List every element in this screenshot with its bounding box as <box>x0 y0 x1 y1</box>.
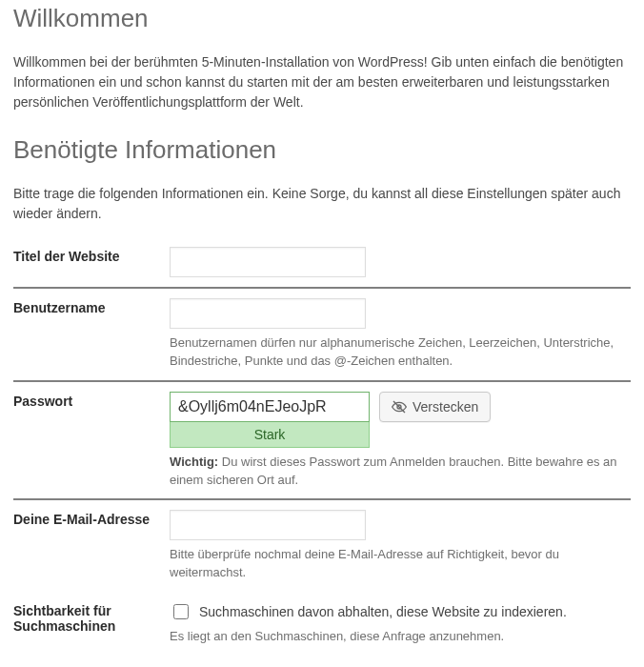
email-input[interactable] <box>170 510 366 540</box>
welcome-intro-text: Willkommen bei der berühmten 5-Minuten-I… <box>13 52 631 112</box>
eye-off-icon <box>392 399 407 414</box>
row-password: Passwort Stark Verstecken Wichtig: Du <box>13 381 631 500</box>
label-site-title: Titel der Website <box>13 237 170 288</box>
row-email: Deine E-Mail-Adresse Bitte überprüfe noc… <box>13 499 631 592</box>
label-password: Passwort <box>13 381 170 500</box>
username-input[interactable] <box>170 298 366 329</box>
password-strength: Stark <box>170 422 370 448</box>
hide-password-label: Verstecken <box>413 399 478 414</box>
visibility-checkbox[interactable] <box>173 604 189 619</box>
visibility-checkbox-label: Suchmaschinen davon abhalten, diese Webs… <box>199 604 567 619</box>
label-email: Deine E-Mail-Adresse <box>13 499 170 592</box>
label-username: Benutzername <box>13 288 170 381</box>
hide-password-button[interactable]: Verstecken <box>379 392 491 422</box>
row-username: Benutzername Benutzernamen dürfen nur al… <box>13 288 631 381</box>
required-intro-text: Bitte trage die folgenden Informationen … <box>13 184 631 224</box>
site-title-input[interactable] <box>170 247 366 277</box>
page-title-required: Benötigte Informationen <box>13 135 631 165</box>
install-form-table: Titel der Website Benutzername Benutzern… <box>13 237 631 656</box>
page-title-welcome: Willkommen <box>13 0 631 33</box>
label-visibility: Sichtbarkeit für Suchmaschinen <box>13 592 170 656</box>
email-hint: Bitte überprüfe nochmal deine E-Mail-Adr… <box>170 546 631 582</box>
username-hint: Benutzernamen dürfen nur alphanumerische… <box>170 334 631 371</box>
password-input[interactable] <box>170 392 370 422</box>
password-note: Wichtig: Du wirst dieses Passwort zum An… <box>170 454 631 490</box>
visibility-hint: Es liegt an den Suchmaschinen, diese Anf… <box>170 628 631 646</box>
row-site-title: Titel der Website <box>13 237 631 288</box>
row-visibility: Sichtbarkeit für Suchmaschinen Suchmasch… <box>13 592 631 656</box>
